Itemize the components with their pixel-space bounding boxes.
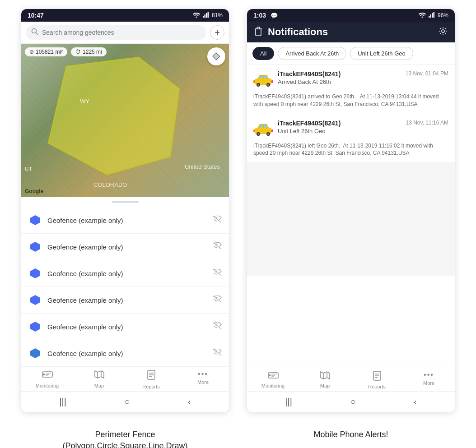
area-icon: ⊘	[29, 49, 34, 55]
notif-info-2: iTrackEF4940S(8241) 13 Nov, 11:16 AM Uni…	[278, 120, 448, 134]
nav-map[interactable]: Map	[73, 370, 125, 389]
filter-tabs: All Arrived Back At 26th Unit Left 26th …	[247, 42, 455, 65]
svg-point-44	[257, 133, 259, 135]
svg-point-52	[269, 375, 270, 376]
location-button[interactable]	[207, 47, 225, 65]
geofence-icon	[28, 293, 42, 307]
map-icon	[94, 370, 104, 382]
svg-point-25	[421, 16, 423, 18]
monitoring-label: Monitoring	[36, 383, 59, 388]
list-item[interactable]: Geofence (example only)	[21, 207, 229, 234]
list-item[interactable]: Geofence (example only)	[21, 340, 229, 367]
left-phone: 10:47 81%	[21, 9, 229, 412]
nav-more[interactable]: ••• More	[177, 370, 229, 389]
right-caption: Mobile Phone Alerts!	[247, 425, 455, 448]
right-nav-map[interactable]: Map	[299, 371, 351, 389]
search-input[interactable]	[42, 29, 201, 36]
geofence-icon	[28, 346, 42, 360]
geofence-icon	[28, 240, 42, 254]
android-home-button[interactable]: ○	[124, 397, 130, 407]
nav-reports[interactable]: Reports	[125, 370, 177, 389]
android-recent-button-right[interactable]: |||	[285, 397, 292, 407]
svg-marker-11	[30, 242, 40, 252]
geofence-icon	[28, 267, 42, 280]
hide-icon[interactable]	[213, 296, 222, 305]
svg-marker-7	[48, 57, 179, 175]
map-label-ut: UT	[25, 166, 32, 172]
car-icon-1	[253, 70, 273, 90]
geofence-label: Geofence (example only)	[47, 217, 207, 224]
map-stat-distance: ⏱ 1225 mi	[71, 47, 107, 56]
svg-line-6	[36, 33, 38, 35]
android-recent-button[interactable]: |||	[59, 397, 66, 407]
svg-point-30	[442, 30, 444, 32]
svg-point-34	[257, 84, 259, 86]
geofence-polygon-svg	[39, 53, 193, 184]
svg-rect-3	[206, 13, 207, 18]
hide-icon[interactable]	[213, 349, 222, 358]
svg-point-17	[43, 374, 44, 375]
geofence-label: Geofence (example only)	[47, 323, 207, 331]
add-geofence-button[interactable]: +	[210, 25, 224, 40]
filter-arrived[interactable]: Arrived Back At 26th	[278, 47, 346, 60]
right-map-icon	[320, 371, 330, 382]
hide-icon[interactable]	[213, 269, 222, 278]
android-home-button-right[interactable]: ○	[350, 397, 355, 407]
settings-icon[interactable]	[439, 27, 448, 38]
notif-description-2: iTrackEF4940S(8241) left Geo 26th. At 11…	[253, 142, 448, 157]
hide-icon[interactable]	[213, 216, 222, 225]
geofence-label: Geofence (example only)	[47, 243, 207, 251]
map-label-wy: WY	[80, 98, 89, 105]
event-type-1: Arrived Back At 26th	[278, 79, 448, 85]
right-nav-more[interactable]: ••• More	[403, 371, 455, 389]
right-nav-reports[interactable]: Reports	[351, 371, 403, 389]
left-caption: Perimeter Fence(Polygon,Circle,Square,Li…	[21, 425, 229, 448]
device-name-2: iTrackEF4940S(8241)	[278, 120, 341, 127]
right-reports-icon	[373, 371, 382, 383]
right-phone: 1:03 💬	[247, 9, 455, 412]
svg-point-5	[32, 29, 37, 33]
left-status-bar: 10:47 81%	[21, 9, 229, 22]
svg-point-46	[267, 133, 269, 135]
svg-marker-14	[30, 322, 40, 332]
right-map-label: Map	[320, 383, 330, 388]
list-item[interactable]: Geofence (example only)	[21, 314, 229, 340]
right-wifi-icon	[419, 12, 426, 19]
right-nav-monitoring[interactable]: Monitoring	[247, 371, 299, 389]
device-name-1: iTrackEF4940S(8241)	[278, 70, 341, 78]
right-monitoring-icon	[268, 371, 279, 382]
android-back-button-right[interactable]: ‹	[414, 397, 417, 407]
notification-item[interactable]: iTrackEF4940S(8241) 13 Nov, 11:16 AM Uni…	[247, 114, 455, 163]
geofence-label: Geofence (example only)	[47, 296, 207, 304]
area-value: 105821 mi²	[36, 49, 63, 55]
list-item[interactable]: Geofence (example only)	[21, 260, 229, 287]
svg-rect-49	[253, 129, 255, 132]
filter-all[interactable]: All	[252, 47, 274, 60]
left-wifi-icon	[193, 12, 200, 19]
right-more-icon: •••	[424, 371, 434, 379]
delete-icon[interactable]	[254, 27, 262, 38]
nav-monitoring[interactable]: Monitoring	[21, 370, 73, 389]
svg-rect-26	[429, 16, 430, 18]
search-bar-row: +	[21, 22, 229, 44]
hide-icon[interactable]	[213, 322, 222, 332]
svg-marker-42	[258, 124, 269, 128]
android-nav-left: ||| ○ ‹	[21, 391, 229, 412]
search-input-wrap[interactable]	[26, 25, 206, 40]
list-item[interactable]: Geofence (example only)	[21, 234, 229, 260]
list-item[interactable]: Geofence (example only)	[21, 287, 229, 314]
svg-rect-28	[432, 13, 433, 18]
android-back-button[interactable]: ‹	[188, 397, 191, 407]
svg-marker-15	[30, 348, 40, 358]
distance-value: 1225 mi	[83, 49, 102, 55]
right-battery: 96%	[438, 12, 448, 18]
svg-marker-18	[95, 371, 104, 378]
svg-marker-13	[30, 295, 40, 305]
right-time: 1:03 💬	[253, 12, 278, 19]
right-more-label: More	[423, 380, 434, 386]
distance-icon: ⏱	[75, 49, 81, 55]
hide-icon[interactable]	[213, 242, 222, 252]
geofence-list: Geofence (example only) Geofence (exampl…	[21, 207, 229, 367]
filter-left[interactable]: Unit Left 26th Geo	[350, 47, 413, 60]
notification-item[interactable]: iTrackEF4940S(8241) 13 Nov, 01:04 PM Arr…	[247, 65, 455, 114]
